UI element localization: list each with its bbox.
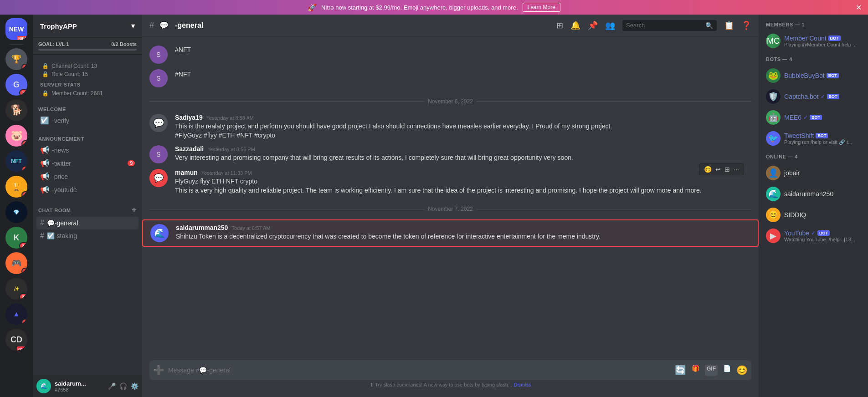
server-icon-nftcrypto[interactable]: 💎 [5,201,27,223]
member-avatar-bubblebuybot: 🐸 [766,68,781,83]
message-content-nft: #NFT [175,46,751,64]
member-name-siddiq: SIDDIQ [784,211,806,219]
youtube-icon: 📢 [40,185,49,194]
server-icon-pig[interactable]: 🐷 9 [5,125,27,147]
message-author-mamun: mamun [175,169,198,176]
member-item-membercount[interactable]: MC Member Count BOT Playing @Member Coun… [762,31,864,51]
search-input[interactable] [626,22,703,29]
member-avatar-mee6: 🤖 [766,110,781,125]
captchabot-verified: ✓ [821,93,825,100]
member-info-tweetshift: TweetShift BOT Playing run /help or visi… [784,132,861,145]
message-timestamp-sadiya: Yesterday at 8:58 AM [206,115,254,121]
sticker-icon[interactable]: 📄 [723,365,731,376]
mute-icon[interactable]: 🎤 [108,382,116,390]
member-name-bubblebuybot: BubbleBuyBot [784,72,825,79]
chat-input[interactable] [168,363,671,377]
announcement-section: ANNOUNCEMENT 📢 -news 📢 -twitter 9 📢 -pri… [33,129,142,198]
chat-messages: S #NFT S #NFT November 6, 2022 [142,36,759,360]
server-icon-new[interactable]: NEW [5,18,27,40]
add-channel-button[interactable]: + [132,205,137,215]
mee6-badge: BOT [810,115,822,120]
thread-icon[interactable]: ⊞ [724,166,730,173]
member-item-tweetshift[interactable]: 🐦 TweetShift BOT Playing run /help or vi… [762,128,864,148]
nitro-icon: 🚀 [308,3,317,12]
reply-icon[interactable]: ↩ [715,166,721,173]
staking-channel-text: ☑️-staking [47,232,77,239]
server-stats-header[interactable]: SERVER STATS [38,82,137,87]
more-options-icon[interactable]: ··· [734,166,739,173]
server-badge-1: 1 [21,166,27,172]
settings-icon[interactable]: ⚙️ [131,382,139,390]
channel-count: 🔒 Channel Count: 13 [36,62,139,70]
channel-item-staking[interactable]: # ☑️-staking [36,229,139,242]
gift-icon[interactable]: 🎁 [692,365,699,376]
message-header-sadiya: Sadiya19 Yesterday at 8:58 AM [175,114,751,121]
chat-header: # 💬 -general ⊞ 🔔 📌 👥 🔍 📋 ❓ [142,15,759,36]
emoji-icon[interactable]: 😊 [736,365,748,376]
server-badge-37: 37 [19,293,27,300]
server-icon-apex[interactable]: ▲ 2 [5,303,27,325]
channel-item-youtube[interactable]: 📢 -youtude [36,183,139,196]
member-item-jobair[interactable]: 👤 jobair [762,163,864,183]
chat-input-area: ➕ 🔄 🎁 GIF 📄 😊 ⬆ Try slash commands! A ne… [142,360,759,397]
member-item-saidarumman250[interactable]: 🌊 saidarumman250 [762,184,864,204]
search-bar: 🔍 [622,20,717,31]
react-icon[interactable]: 😊 [704,166,712,173]
server-badge-2b: 2 [21,319,27,325]
channel-item-general[interactable]: # 💬-general [36,217,139,229]
server-icon-g[interactable]: G 19 [5,74,27,96]
server-icon-shintzu[interactable]: 🐕 [5,99,27,121]
chat-input-icons: 🔄 🎁 GIF 📄 😊 [675,365,748,376]
server-icon-cd[interactable]: CD [5,329,27,351]
member-item-bubblebuybot[interactable]: 🐸 BubbleBuyBot BOT [762,66,864,86]
nitro-close-button[interactable]: ✕ [856,3,862,12]
server-icon-nft[interactable]: NFT 1 [5,150,27,172]
channel-chat-icon: 💬 [159,21,169,30]
message-header-saidarumman: saidarumman250 Today at 6:57 AM [176,224,750,231]
server-badge-4: 4 [21,268,27,274]
nitro-banner: 🚀 Nitro now starting at $2.99/mo. Emoji … [0,0,868,15]
mee6-verified: ✓ [803,114,808,121]
nitro-learn-more-button[interactable]: Learn More [523,3,560,12]
member-item-mee6[interactable]: 🤖 MEE6 ✓ BOT [762,107,864,127]
server-icon-trophyapp[interactable]: 🏆 2 [5,48,27,70]
member-name-captchabot: Captcha.bot [784,93,819,100]
member-item-youtube[interactable]: ▶ YouTube ✓ BOT Watching YouTube. /help … [762,226,864,246]
channel-item-verify[interactable]: ☑️ -verify [36,114,139,127]
server-icon-glaze[interactable]: ✨ 37 [5,278,27,300]
threads-icon[interactable]: ⊞ [556,20,563,31]
channel-item-twitter[interactable]: 📢 -twitter 9 [36,157,139,170]
deafen-icon[interactable]: 🎧 [119,382,127,390]
server-icon-trophy2[interactable]: 🏆 9 [5,176,27,198]
dismiss-link[interactable]: Dismiss [514,382,531,387]
add-attachment-icon[interactable]: ➕ [153,365,164,376]
gif-icon[interactable]: GIF [705,365,718,376]
bell-icon[interactable]: 🔔 [570,20,580,31]
channel-item-price[interactable]: 📢 -price [36,170,139,183]
message-content-sadiya: Sadiya19 Yesterday at 8:58 AM This is th… [175,114,751,140]
member-count: 🔒 Member Count: 2681 [36,89,139,97]
member-item-siddiq[interactable]: 😊 SIDDIQ [762,205,864,225]
server-icon-k[interactable]: K 30 [5,227,27,249]
boost-goal-label: GOAL: LVL 1 [38,41,69,47]
user-controls: 🎤 🎧 ⚙️ [108,382,139,390]
help-icon[interactable]: ❓ [741,20,751,31]
message-text-saidarumman: Shihtzu Token is a decentralized cryptoc… [176,232,750,241]
pin-icon[interactable]: 📌 [588,20,598,31]
chatroom-header[interactable]: CHAT ROOM + [36,205,139,215]
channel-item-news[interactable]: 📢 -news [36,143,139,157]
member-info-siddiq: SIDDIQ [784,211,861,219]
announcement-header[interactable]: ANNOUNCEMENT [36,136,139,142]
inbox-icon[interactable]: 📋 [724,20,734,31]
server-icon-colorful[interactable]: 🎮 4 [5,252,27,274]
member-info-bubblebuybot: BubbleBuyBot BOT [784,72,861,79]
member-status-youtube: Watching YouTube. /help - [13... [784,237,861,242]
server-header[interactable]: TrophyAPP ▾ [33,15,142,38]
refresh-icon[interactable]: 🔄 [675,365,686,376]
members-icon[interactable]: 👥 [605,20,615,31]
message-avatar-sazzadali2: S [149,145,168,163]
member-info-jobair: jobair [784,169,861,177]
member-item-captchabot[interactable]: 🛡️ Captcha.bot ✓ BOT [762,87,864,107]
message-text-sazzadali2: Very interesting and promising company t… [175,153,751,163]
welcome-header[interactable]: WELCOME [36,107,139,112]
